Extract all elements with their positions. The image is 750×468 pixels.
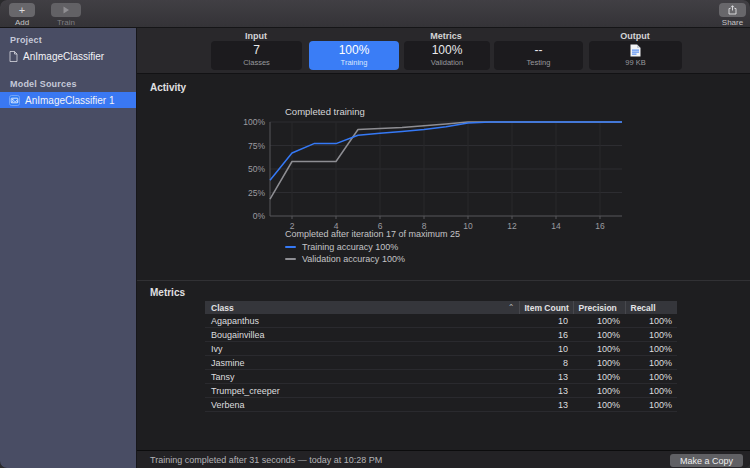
legend-validation: Validation accuracy 100% (285, 254, 405, 264)
card-classes-label: Classes (243, 58, 270, 67)
model-source-label: AnImageClassifier 1 (25, 95, 114, 106)
value-cell: 10 (519, 342, 573, 356)
section-divider (137, 280, 750, 281)
train-button[interactable]: Train (51, 3, 81, 27)
value-cell: 100% (573, 356, 625, 370)
table-row[interactable]: Ivy10100%100% (205, 342, 677, 356)
svg-text:16: 16 (595, 221, 605, 231)
card-training-value: 100% (339, 44, 370, 57)
model-source-icon (9, 95, 20, 106)
svg-text:25%: 25% (248, 188, 265, 198)
summary-strip: Input Metrics Output 7 Classes 100% Trai… (137, 28, 750, 74)
column-header-item-count[interactable]: Item Count (519, 301, 573, 314)
value-cell: 10 (519, 314, 573, 328)
card-testing[interactable]: -- Testing (494, 41, 583, 70)
sidebar-item-project[interactable]: AnImageClassifier (0, 48, 136, 64)
play-icon (62, 6, 70, 14)
training-legend-swatch (285, 246, 296, 248)
legend-validation-label: Validation accuracy 100% (302, 254, 405, 264)
model-file-icon (630, 44, 641, 57)
createml-window: + Add Train Share Project (0, 0, 750, 468)
card-training[interactable]: 100% Training (309, 41, 399, 70)
card-validation[interactable]: 100% Validation (404, 41, 490, 70)
legend-training: Training accuracy 100% (285, 242, 398, 252)
value-cell: 100% (625, 314, 677, 328)
class-cell: Tansy (205, 370, 519, 384)
value-cell: 100% (625, 370, 677, 384)
table-row[interactable]: Tansy13100%100% (205, 370, 677, 384)
value-cell: 100% (573, 314, 625, 328)
table-row[interactable]: Jasmine8100%100% (205, 356, 677, 370)
card-validation-value: 100% (432, 44, 463, 57)
svg-text:14: 14 (551, 221, 561, 231)
share-label: Share (722, 18, 743, 27)
project-header: Project (0, 28, 136, 48)
value-cell: 100% (625, 328, 677, 342)
svg-text:12: 12 (507, 221, 517, 231)
column-header-class[interactable]: Class ⌃ (205, 301, 519, 314)
column-header-precision[interactable]: Precision (573, 301, 625, 314)
value-cell: 13 (519, 398, 573, 412)
value-cell: 100% (573, 328, 625, 342)
make-a-copy-button[interactable]: Make a Copy (670, 454, 743, 467)
model-sources-header: Model Sources (0, 72, 136, 92)
train-label: Train (57, 18, 75, 27)
svg-text:10: 10 (463, 221, 473, 231)
class-cell: Jasmine (205, 356, 519, 370)
validation-legend-swatch (285, 258, 296, 260)
card-classes[interactable]: 7 Classes (211, 41, 302, 70)
table-row[interactable]: Agapanthus10100%100% (205, 314, 677, 328)
legend-training-label: Training accuracy 100% (302, 242, 398, 252)
table-row[interactable]: Trumpet_creeper13100%100% (205, 384, 677, 398)
group-label-output: Output (620, 31, 650, 41)
accuracy-chart: 0%25%50%75%100%246810121416 (227, 116, 637, 234)
value-cell: 13 (519, 370, 573, 384)
chart-caption: Completed after iteration 17 of maximum … (285, 229, 460, 239)
value-cell: 100% (573, 342, 625, 356)
value-cell: 100% (573, 398, 625, 412)
card-testing-value: -- (535, 44, 543, 57)
class-cell: Agapanthus (205, 314, 519, 328)
value-cell: 8 (519, 356, 573, 370)
value-cell: 100% (625, 398, 677, 412)
value-cell: 100% (625, 384, 677, 398)
card-output[interactable]: 99 KB (589, 41, 682, 70)
card-output-label: 99 KB (625, 58, 645, 67)
value-cell: 100% (625, 356, 677, 370)
card-testing-label: Testing (527, 58, 551, 67)
plus-icon: + (19, 5, 25, 15)
status-bar: Training completed after 31 seconds — to… (137, 450, 750, 468)
table-row[interactable]: Verbena13100%100% (205, 398, 677, 412)
class-cell: Verbena (205, 398, 519, 412)
sidebar-item-model-source[interactable]: AnImageClassifier 1 (0, 92, 136, 108)
svg-text:50%: 50% (248, 164, 265, 174)
class-cell: Trumpet_creeper (205, 384, 519, 398)
add-label: Add (15, 18, 29, 27)
group-label-input: Input (245, 31, 267, 41)
class-cell: Ivy (205, 342, 519, 356)
svg-text:75%: 75% (248, 141, 265, 151)
status-message: Training completed after 31 seconds — to… (150, 455, 382, 465)
sort-ascending-icon: ⌃ (508, 303, 515, 312)
project-item-label: AnImageClassifier (23, 51, 104, 62)
class-cell: Bougainvillea (205, 328, 519, 342)
value-cell: 100% (625, 342, 677, 356)
share-icon (728, 5, 737, 15)
activity-section-label: Activity (150, 82, 186, 93)
table-header-row: Class ⌃ Item Count Precision Recall (205, 301, 677, 314)
sidebar: Project AnImageClassifier Model Sources … (0, 28, 137, 468)
value-cell: 16 (519, 328, 573, 342)
card-training-label: Training (341, 58, 368, 67)
table-row[interactable]: Bougainvillea16100%100% (205, 328, 677, 342)
share-button[interactable]: Share (719, 3, 746, 27)
document-icon (9, 51, 18, 62)
add-button[interactable]: + Add (9, 3, 35, 27)
card-validation-label: Validation (431, 58, 463, 67)
main-pane: Input Metrics Output 7 Classes 100% Trai… (137, 28, 750, 468)
value-cell: 100% (573, 370, 625, 384)
svg-text:0%: 0% (253, 211, 266, 221)
metrics-table: Class ⌃ Item Count Precision Recall Agap… (205, 301, 677, 412)
svg-text:100%: 100% (243, 117, 265, 127)
toolbar: + Add Train Share (0, 0, 750, 28)
column-header-recall[interactable]: Recall (625, 301, 677, 314)
